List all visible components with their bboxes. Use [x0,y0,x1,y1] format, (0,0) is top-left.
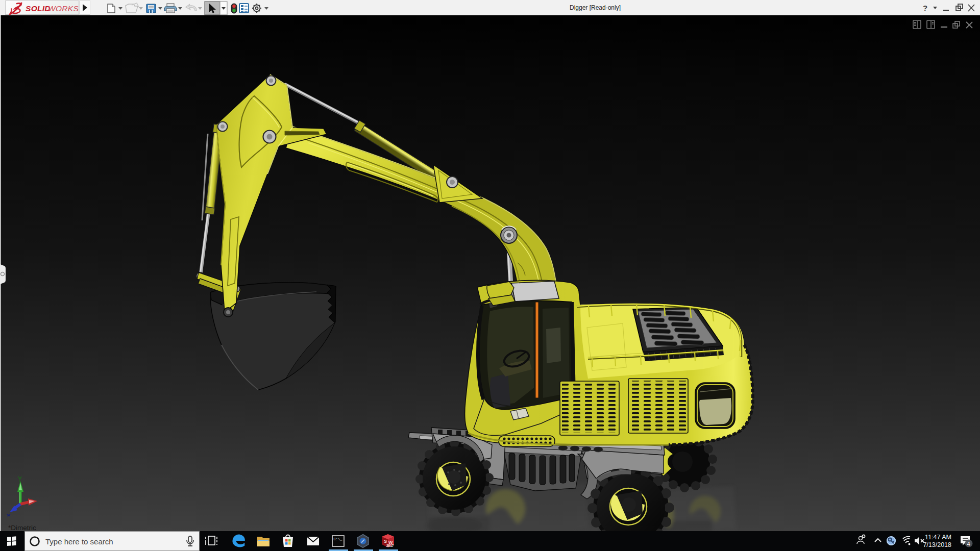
svg-text:11:47 AM: 11:47 AM [925,534,951,541]
svg-text:4: 4 [967,541,970,547]
svg-text:2017: 2017 [386,544,394,547]
svg-text:C:\_: C:\_ [334,537,343,541]
svg-text:WORKS: WORKS [48,4,79,13]
svg-text:7/13/2018: 7/13/2018 [923,541,951,548]
svg-text:?: ? [923,4,927,12]
svg-text:Type here to search: Type here to search [45,537,113,546]
svg-text:SOLID: SOLID [26,4,51,13]
svg-text:*Dimetric: *Dimetric [8,524,36,531]
svg-text:S: S [384,539,387,544]
